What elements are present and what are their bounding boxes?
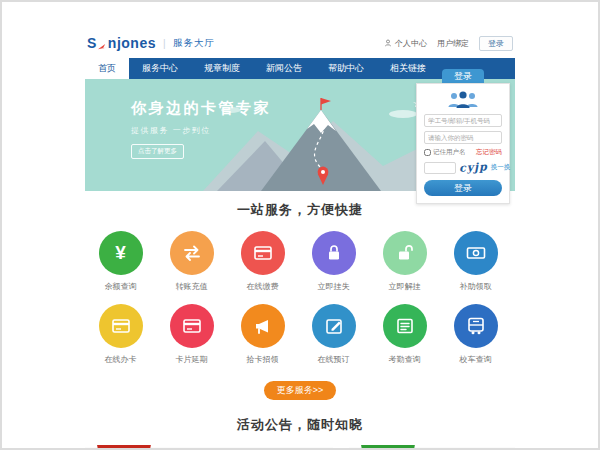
login-panel: 登录 记住用户名 忘记密码: [416, 69, 510, 204]
header-login-button[interactable]: 登录: [479, 36, 513, 51]
nav-item-service-center[interactable]: 服务中心: [129, 58, 191, 79]
service-online-payment[interactable]: 在线缴费: [227, 231, 298, 292]
login-submit-button[interactable]: 登录: [424, 180, 502, 196]
transfer-arrows-icon: [170, 231, 214, 275]
logo-text-part1: S: [87, 35, 97, 51]
logo-arrow-icon: [98, 39, 107, 48]
hero-cta-button[interactable]: 点击了解更多: [131, 144, 184, 159]
bank-card-icon: [241, 231, 285, 275]
service-balance-inquiry[interactable]: ¥ 余额查询: [85, 231, 156, 292]
service-online-booking[interactable]: 在线预订: [298, 304, 369, 365]
bus-icon: [454, 304, 498, 348]
remember-label: 记住用户名: [433, 148, 466, 157]
list-icon: [383, 304, 427, 348]
service-online-card-apply[interactable]: 在线办卡: [85, 304, 156, 365]
captcha-refresh-link[interactable]: 换一换: [491, 163, 511, 172]
hero-subtitle: 提供服务 一步到位: [131, 125, 271, 136]
edit-icon: [312, 304, 356, 348]
captcha-row: cyjp 换一换: [424, 161, 502, 174]
card-icon: [170, 304, 214, 348]
tab-usage-guide[interactable]: 使用指南: [97, 445, 151, 450]
banknote-icon: [454, 231, 498, 275]
yen-icon: ¥: [99, 231, 143, 275]
service-card-extension[interactable]: 卡片延期: [156, 304, 227, 365]
site-container: S njones | 服务大厅 个人中心 用户绑定 登录: [85, 2, 515, 450]
personal-center-link[interactable]: 个人中心: [384, 38, 427, 49]
remember-checkbox[interactable]: [424, 149, 431, 156]
login-tab[interactable]: 登录: [442, 69, 484, 83]
remember-row: 记住用户名 忘记密码: [424, 148, 502, 157]
service-found-card-claim[interactable]: 拾卡招领: [227, 304, 298, 365]
hero-title: 你身边的卡管专家: [131, 99, 271, 118]
logo-text-part2: njones: [108, 35, 156, 51]
hero-banner: 你身边的卡管专家 提供服务 一步到位 点击了解更多: [85, 79, 515, 191]
logo[interactable]: S njones | 服务大厅: [87, 35, 215, 51]
top-links: 个人中心 用户绑定 登录: [384, 36, 513, 51]
hero-text-block: 你身边的卡管专家 提供服务 一步到位 点击了解更多: [131, 99, 271, 159]
nav-item-news[interactable]: 新闻公告: [253, 58, 315, 79]
username-input[interactable]: [424, 114, 502, 127]
logo-divider: |: [163, 38, 166, 49]
service-attendance-query[interactable]: 考勤查询: [369, 304, 440, 365]
service-transfer-recharge[interactable]: 转账充值: [156, 231, 227, 292]
login-form: 记住用户名 忘记密码 cyjp 换一换 登录: [416, 83, 510, 204]
more-services-button[interactable]: 更多服务>>: [264, 381, 337, 400]
services-grid: ¥ 余额查询 转账充值 在线缴费: [85, 231, 515, 377]
users-group-icon: [445, 90, 481, 109]
portal-name: 服务大厅: [173, 37, 215, 50]
services-section: 一站服务，方便快捷 ¥ 余额查询 转账充值 在线缴费: [85, 191, 515, 400]
captcha-input[interactable]: [424, 162, 456, 174]
tab-usage-guide-green[interactable]: 使用指南: [361, 445, 415, 450]
nav-item-home[interactable]: 首页: [85, 58, 129, 79]
unlock-icon: [383, 231, 427, 275]
service-report-loss[interactable]: 立即挂失: [298, 231, 369, 292]
captcha-image[interactable]: cyjp: [459, 160, 488, 174]
service-cancel-loss[interactable]: 立即解挂: [369, 231, 440, 292]
person-icon: [384, 39, 392, 47]
top-bar: S njones | 服务大厅 个人中心 用户绑定 登录: [85, 28, 515, 58]
announcements-section: 活动公告，随时知晓 使用指南 最新公告 更多>> 使用指南 更多>>: [85, 400, 515, 450]
forgot-password-link[interactable]: 忘记密码: [476, 148, 502, 157]
announcements-title: 活动公告，随时知晓: [85, 416, 515, 434]
nav-item-help-center[interactable]: 帮助中心: [315, 58, 377, 79]
password-input[interactable]: [424, 131, 502, 144]
lock-icon: [312, 231, 356, 275]
page-frame: S njones | 服务大厅 个人中心 用户绑定 登录: [0, 0, 600, 450]
nav-item-rules[interactable]: 规章制度: [191, 58, 253, 79]
card-icon: [99, 304, 143, 348]
service-school-bus-query[interactable]: 校车查询: [440, 304, 511, 365]
user-binding-link[interactable]: 用户绑定: [437, 38, 469, 49]
megaphone-icon: [241, 304, 285, 348]
service-subsidy-collect[interactable]: 补助领取: [440, 231, 511, 292]
